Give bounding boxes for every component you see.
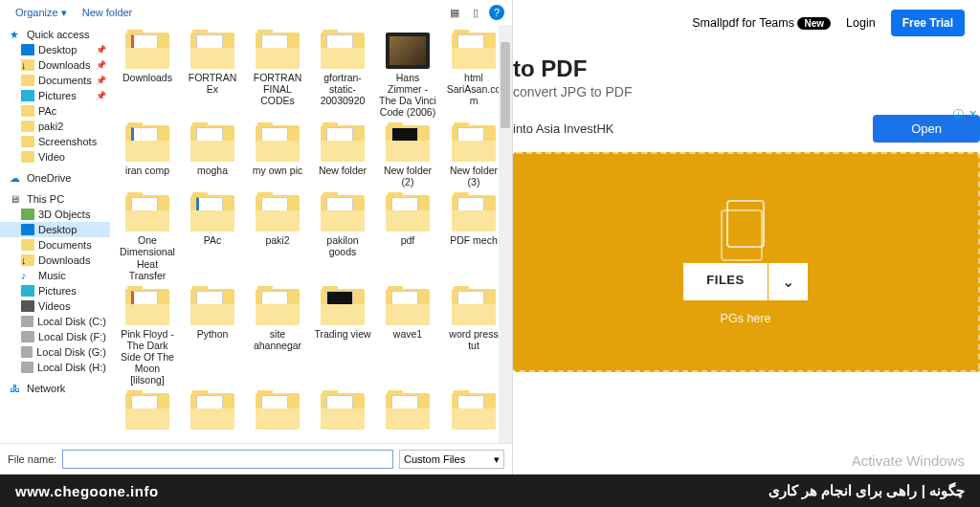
quick-documents[interactable]: Documents📌 — [0, 73, 110, 88]
folder-icon — [452, 33, 496, 69]
choose-files-button[interactable]: FILES — [683, 263, 767, 300]
nav-label: Video — [38, 151, 65, 163]
3d-icon — [21, 209, 34, 220]
folder-icon — [21, 151, 34, 163]
choose-files-dropdown[interactable]: ⌄ — [768, 263, 808, 300]
quick-pac[interactable]: PAc — [0, 103, 110, 119]
file-label: Python — [197, 328, 229, 340]
file-item[interactable]: wave1 — [376, 287, 439, 387]
pc-pictures[interactable]: Pictures — [0, 283, 110, 298]
pc-local-disk-g-[interactable]: Local Disk (G:) — [0, 344, 110, 360]
pc-3d-objects[interactable]: 3D Objects — [0, 207, 110, 222]
file-stack-icon — [726, 200, 765, 248]
pc-local-disk-h-[interactable]: Local Disk (H:) — [0, 360, 110, 375]
file-item[interactable]: FORTRAN Ex — [181, 31, 244, 120]
pic-icon — [21, 90, 34, 101]
file-item[interactable]: Pink Floyd - The Dark Side Of The Moon [… — [116, 287, 179, 387]
file-item[interactable]: html SariAsan.com — [441, 31, 506, 120]
nav-label: Pictures — [38, 90, 77, 101]
nav-label: Downloads — [38, 254, 90, 266]
nav-label: Desktop — [38, 44, 77, 55]
scrollbar[interactable] — [499, 25, 512, 443]
file-item[interactable]: paki2 — [246, 193, 309, 282]
file-item[interactable] — [441, 391, 506, 434]
file-grid: DownloadsFORTRAN ExFORTRAN FINAL CODEsgf… — [110, 25, 512, 443]
login-link[interactable]: Login — [846, 16, 876, 30]
nav-label: Local Disk (H:) — [37, 362, 106, 373]
quick-access[interactable]: ★ Quick access — [0, 27, 110, 42]
file-item[interactable]: Trading view — [311, 287, 374, 387]
footer-url: www.chegoone.info — [15, 483, 159, 499]
preview-pane-icon[interactable]: ▯ — [468, 5, 483, 20]
quick-desktop[interactable]: Desktop📌 — [0, 42, 110, 57]
folder-icon — [256, 125, 300, 162]
pin-icon: 📌 — [96, 91, 106, 100]
file-item[interactable]: word press tut — [441, 287, 506, 387]
file-label: word press tut — [443, 328, 504, 351]
pc-videos[interactable]: Videos — [0, 298, 110, 314]
pc-local-disk-f-[interactable]: Local Disk (F:) — [0, 329, 110, 344]
quick-paki2[interactable]: paki2 — [0, 119, 110, 134]
file-item[interactable]: Hans Zimmer - The Da Vinci Code (2006) — [376, 31, 439, 120]
onedrive[interactable]: ☁ OneDrive — [0, 170, 110, 186]
file-item[interactable]: site ahannegar — [246, 287, 309, 387]
file-item[interactable]: gfortran-static-20030920 — [311, 31, 374, 120]
filetype-select[interactable]: Custom Files ▾ — [399, 450, 504, 469]
folder-icon — [386, 393, 430, 430]
file-label: PAc — [204, 234, 221, 246]
pc-music[interactable]: ♪Music — [0, 268, 110, 283]
dropzone[interactable]: FILES ⌄ PGs here — [513, 152, 980, 372]
filename-input[interactable] — [62, 450, 393, 469]
file-label: paki2 — [265, 234, 289, 246]
ad-close-icon[interactable]: ⓘ ✕ — [953, 107, 978, 121]
file-item[interactable]: mogha — [181, 123, 244, 189]
pc-desktop[interactable]: Desktop — [0, 222, 110, 237]
file-label: pakilon goods — [313, 234, 372, 257]
file-item[interactable]: FORTRAN FINAL CODEs — [246, 31, 309, 120]
file-item[interactable] — [246, 391, 309, 434]
pc-downloads[interactable]: ↓Downloads — [0, 253, 110, 268]
pc-local-disk-c-[interactable]: Local Disk (C:) — [0, 314, 110, 329]
file-label: site ahannegar — [248, 328, 307, 351]
free-trial-button[interactable]: Free Trial — [891, 10, 965, 36]
disk-icon — [21, 331, 34, 342]
file-item[interactable]: pakilon goods — [311, 193, 374, 282]
pin-icon: 📌 — [96, 76, 106, 85]
file-item[interactable] — [376, 391, 439, 434]
file-item[interactable]: PDF mech — [441, 193, 506, 282]
nav-label: Local Disk (C:) — [37, 316, 106, 327]
teams-link[interactable]: Smallpdf for Teams New — [692, 16, 831, 30]
file-item[interactable]: New folder (3) — [441, 123, 506, 189]
file-item[interactable] — [311, 391, 374, 434]
folder-icon — [21, 105, 34, 117]
pc-documents[interactable]: Documents — [0, 237, 110, 253]
this-pc[interactable]: 🖥 This PC — [0, 191, 110, 207]
hero: to PDF convert JPG to PDF — [513, 46, 980, 105]
folder-icon — [452, 195, 496, 231]
file-item[interactable]: my own pic — [246, 123, 309, 189]
activate-windows-watermark: Activate Windows — [852, 452, 965, 469]
network[interactable]: 🖧 Network — [0, 381, 110, 396]
view-icon[interactable]: ▦ — [447, 5, 462, 20]
file-item[interactable]: iran comp — [116, 123, 179, 189]
file-item[interactable]: Downloads — [116, 31, 179, 120]
organize-button[interactable]: Organize ▾ — [8, 4, 75, 22]
help-icon[interactable]: ? — [489, 5, 504, 20]
file-item[interactable]: New folder (2) — [376, 123, 439, 189]
file-item[interactable]: pdf — [376, 193, 439, 282]
folder-icon — [321, 289, 365, 325]
file-item[interactable]: New folder — [311, 123, 374, 189]
quick-video[interactable]: Video — [0, 149, 110, 165]
quick-pictures[interactable]: Pictures📌 — [0, 88, 110, 103]
file-item[interactable]: Python — [181, 287, 244, 387]
file-item[interactable]: PAc — [181, 193, 244, 282]
file-item[interactable] — [181, 391, 244, 434]
quick-downloads[interactable]: ↓Downloads📌 — [0, 57, 110, 73]
file-item[interactable]: One Dimensional Heat Transfer — [116, 193, 179, 282]
pin-icon: 📌 — [96, 60, 106, 70]
new-folder-button[interactable]: New folder — [75, 4, 141, 21]
quick-screenshots[interactable]: Screenshots — [0, 134, 110, 149]
scroll-thumb[interactable] — [501, 42, 510, 128]
nav-label: Desktop — [38, 224, 77, 235]
file-item[interactable] — [116, 391, 179, 434]
